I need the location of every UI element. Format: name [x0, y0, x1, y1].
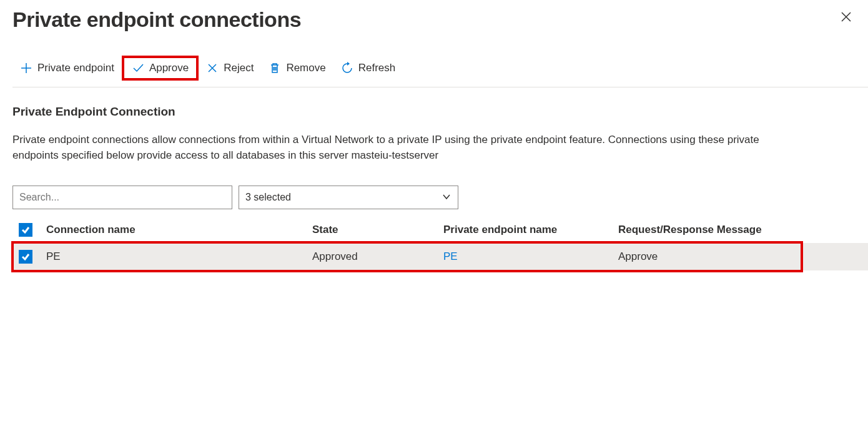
chevron-down-icon	[441, 192, 451, 204]
col-header-pe-name[interactable]: Private endpoint name	[443, 224, 618, 236]
pec-section: Private Endpoint Connection Private endp…	[12, 105, 868, 163]
approve-button-label: Approve	[149, 62, 189, 74]
remove-button-label: Remove	[286, 62, 325, 74]
col-header-message[interactable]: Request/Response Message	[618, 224, 868, 236]
cell-state: Approved	[312, 250, 443, 263]
column-filter-select[interactable]: 3 selected	[239, 186, 458, 209]
add-private-endpoint-label: Private endpoint	[37, 62, 114, 74]
select-all-checkbox[interactable]	[19, 223, 32, 237]
checkmark-icon	[132, 62, 144, 74]
close-icon	[841, 11, 852, 22]
add-private-endpoint-button[interactable]: Private endpoint	[12, 58, 122, 78]
table-header-row: Connection name State Private endpoint n…	[12, 217, 868, 243]
x-icon	[206, 62, 219, 74]
refresh-icon	[341, 62, 353, 74]
plus-icon	[20, 62, 32, 74]
reject-button-label: Reject	[224, 62, 254, 74]
filter-row: 3 selected	[12, 186, 868, 209]
remove-button[interactable]: Remove	[261, 58, 333, 78]
section-description: Private endpoint connections allow conne…	[12, 132, 868, 163]
connections-table: Connection name State Private endpoint n…	[12, 217, 868, 270]
section-title: Private Endpoint Connection	[12, 105, 868, 119]
section-desc-line1: Private endpoint connections allow conne…	[12, 132, 868, 148]
refresh-button-label: Refresh	[358, 62, 396, 74]
column-filter-label: 3 selected	[245, 192, 291, 203]
page-header: Private endpoint connections	[12, 7, 868, 32]
close-button[interactable]	[837, 7, 856, 29]
row-checkbox[interactable]	[19, 250, 32, 264]
page-title: Private endpoint connections	[12, 7, 301, 32]
table-row[interactable]: PE Approved PE Approve	[12, 243, 868, 270]
section-desc-line2: endpoints specified below provide access…	[12, 148, 868, 164]
approve-button[interactable]: Approve	[122, 56, 199, 81]
reject-button[interactable]: Reject	[199, 58, 261, 78]
col-header-name[interactable]: Connection name	[46, 224, 312, 236]
col-header-state[interactable]: State	[312, 224, 443, 236]
refresh-button[interactable]: Refresh	[333, 58, 403, 78]
cell-message: Approve	[618, 250, 868, 263]
cell-connection-name: PE	[46, 250, 312, 263]
search-input[interactable]	[12, 186, 232, 209]
cell-pe-name-link[interactable]: PE	[443, 250, 458, 262]
command-bar: Private endpoint Approve Reject Remove R	[12, 56, 868, 87]
trash-icon	[269, 62, 281, 74]
